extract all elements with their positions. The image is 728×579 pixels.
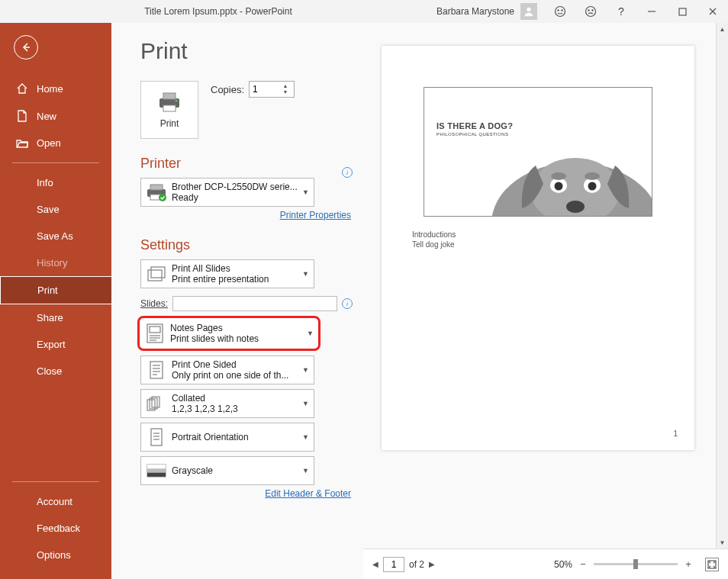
printer-section-heading: Printer bbox=[140, 156, 181, 172]
svg-point-51 bbox=[585, 172, 600, 180]
svg-point-6 bbox=[592, 10, 593, 11]
portrait-icon bbox=[149, 427, 164, 447]
dropdown-subtitle: Only print on one side of th... bbox=[172, 370, 299, 381]
preview-slide-thumbnail: IS THERE A DOG? PHILOSOPHICAL QUESTIONS bbox=[424, 87, 652, 217]
zoom-fit-button[interactable] bbox=[705, 558, 719, 571]
print-preview-scroll[interactable]: IS THERE A DOG? PHILOSOPHICAL QUESTIONS bbox=[363, 23, 728, 548]
backstage-sidebar: Home New Open Info Save Save As History … bbox=[0, 23, 111, 579]
copies-input[interactable] bbox=[250, 84, 280, 95]
slides-info-button[interactable]: i bbox=[342, 298, 353, 309]
maximize-icon bbox=[678, 8, 687, 16]
next-page-button[interactable]: ▶ bbox=[429, 560, 435, 568]
sidebar-item-save[interactable]: Save bbox=[0, 196, 111, 223]
dropdown-title: Collated bbox=[172, 393, 299, 404]
grayscale-icon bbox=[147, 464, 166, 478]
preview-vertical-scrollbar[interactable]: ▲ ▼ bbox=[716, 23, 728, 548]
dropdown-title: Grayscale bbox=[172, 465, 299, 476]
edit-header-footer-link[interactable]: Edit Header & Footer bbox=[140, 488, 351, 499]
user-name-label: Barbara Marystone bbox=[436, 6, 514, 17]
print-preview-column: IS THERE A DOG? PHILOSOPHICAL QUESTIONS bbox=[363, 23, 728, 579]
zoom-slider[interactable] bbox=[594, 563, 678, 565]
print-button[interactable]: Print bbox=[140, 81, 198, 139]
svg-point-49 bbox=[566, 201, 585, 213]
sidebar-item-new[interactable]: New bbox=[0, 102, 111, 130]
svg-point-1 bbox=[556, 7, 565, 17]
printer-status: Ready bbox=[172, 192, 299, 203]
printer-dropdown[interactable]: Brother DCP-L2550DW serie... Ready ▼ bbox=[140, 178, 314, 207]
feedback-frown-button[interactable] bbox=[575, 0, 606, 23]
preview-footer-bar: ◀ of 2 ▶ 50% − + bbox=[363, 548, 728, 579]
smile-icon bbox=[554, 5, 566, 18]
copies-decrement[interactable]: ▼ bbox=[280, 89, 291, 95]
slides-label: Slides: bbox=[140, 298, 168, 309]
printer-info-button[interactable]: i bbox=[342, 167, 353, 178]
slides-stack-icon bbox=[147, 265, 166, 282]
copies-increment[interactable]: ▲ bbox=[280, 83, 291, 89]
sidebar-item-close[interactable]: Close bbox=[0, 358, 111, 384]
slides-range-input[interactable] bbox=[172, 296, 337, 311]
svg-rect-14 bbox=[163, 105, 176, 111]
zoom-in-button[interactable]: + bbox=[682, 558, 694, 571]
sidebar-item-share[interactable]: Share bbox=[0, 304, 111, 331]
settings-section-heading: Settings bbox=[140, 237, 353, 253]
zoom-slider-thumb[interactable] bbox=[633, 559, 638, 569]
sidebar-item-info[interactable]: Info bbox=[0, 169, 111, 196]
svg-rect-17 bbox=[150, 185, 163, 190]
sidebar-item-account[interactable]: Account bbox=[0, 488, 111, 515]
print-sides-dropdown[interactable]: Print One Sided Only print on one side o… bbox=[140, 355, 314, 384]
minimize-button[interactable] bbox=[636, 0, 667, 23]
scroll-down-button[interactable]: ▼ bbox=[717, 536, 728, 548]
preview-page: IS THERE A DOG? PHILOSOPHICAL QUESTIONS bbox=[382, 46, 694, 450]
frown-icon bbox=[585, 5, 597, 18]
current-page-input[interactable] bbox=[383, 557, 404, 572]
svg-point-2 bbox=[558, 10, 559, 11]
print-range-dropdown[interactable]: Print All Slides Print entire presentati… bbox=[140, 259, 314, 288]
sidebar-item-home[interactable]: Home bbox=[0, 75, 111, 102]
svg-point-4 bbox=[586, 7, 596, 17]
printer-properties-link[interactable]: Printer Properties bbox=[140, 210, 351, 220]
slide-title-text: IS THERE A DOG? bbox=[436, 121, 513, 130]
sidebar-item-label: New bbox=[37, 111, 56, 122]
close-button[interactable] bbox=[697, 0, 728, 23]
dropdown-subtitle: 1,2,3 1,2,3 1,2,3 bbox=[172, 404, 299, 414]
user-avatar[interactable] bbox=[520, 3, 537, 20]
one-sided-icon bbox=[148, 360, 165, 380]
svg-point-5 bbox=[588, 10, 589, 11]
notes-page-icon bbox=[146, 323, 164, 344]
svg-rect-27 bbox=[150, 362, 163, 378]
sidebar-item-label: Close bbox=[37, 365, 62, 377]
print-layout-dropdown[interactable]: Notes Pages Print slides with notes ▼ bbox=[137, 316, 321, 351]
sidebar-divider bbox=[12, 481, 99, 482]
sidebar-item-saveas[interactable]: Save As bbox=[0, 223, 111, 249]
sidebar-item-export[interactable]: Export bbox=[0, 331, 111, 358]
chevron-down-icon: ▼ bbox=[302, 433, 309, 441]
close-icon bbox=[708, 7, 717, 16]
maximize-button[interactable] bbox=[667, 0, 697, 23]
sidebar-item-feedback[interactable]: Feedback bbox=[0, 515, 111, 542]
home-icon bbox=[16, 82, 28, 95]
dropdown-title: Portrait Orientation bbox=[172, 432, 299, 442]
orientation-dropdown[interactable]: Portrait Orientation ▼ bbox=[140, 423, 314, 452]
sidebar-item-print[interactable]: Print bbox=[0, 276, 112, 304]
svg-rect-8 bbox=[679, 8, 686, 15]
feedback-smile-button[interactable] bbox=[545, 0, 575, 23]
sidebar-item-open[interactable]: Open bbox=[0, 130, 111, 156]
sidebar-item-history[interactable]: History bbox=[0, 249, 111, 276]
back-button[interactable] bbox=[14, 35, 38, 60]
window-titlebar: Title Lorem Ipsum.pptx - PowerPoint Barb… bbox=[0, 0, 728, 23]
collation-dropdown[interactable]: Collated 1,2,3 1,2,3 1,2,3 ▼ bbox=[140, 389, 314, 418]
help-button[interactable]: ? bbox=[606, 0, 636, 23]
scroll-up-button[interactable]: ▲ bbox=[717, 23, 728, 35]
zoom-out-button[interactable]: − bbox=[577, 558, 589, 571]
previous-page-button[interactable]: ◀ bbox=[372, 560, 378, 568]
sidebar-item-label: Feedback bbox=[37, 523, 80, 534]
preview-notes: Introductions Tell dog joke bbox=[412, 230, 667, 249]
note-line: Introductions bbox=[412, 230, 667, 239]
person-icon bbox=[523, 6, 534, 17]
preview-page-number: 1 bbox=[673, 429, 678, 438]
svg-point-19 bbox=[159, 194, 166, 201]
color-dropdown[interactable]: Grayscale ▼ bbox=[140, 456, 314, 485]
sidebar-item-label: Print bbox=[37, 285, 58, 296]
copies-spinner[interactable]: ▲ ▼ bbox=[249, 81, 295, 98]
sidebar-item-options[interactable]: Options bbox=[0, 542, 111, 568]
